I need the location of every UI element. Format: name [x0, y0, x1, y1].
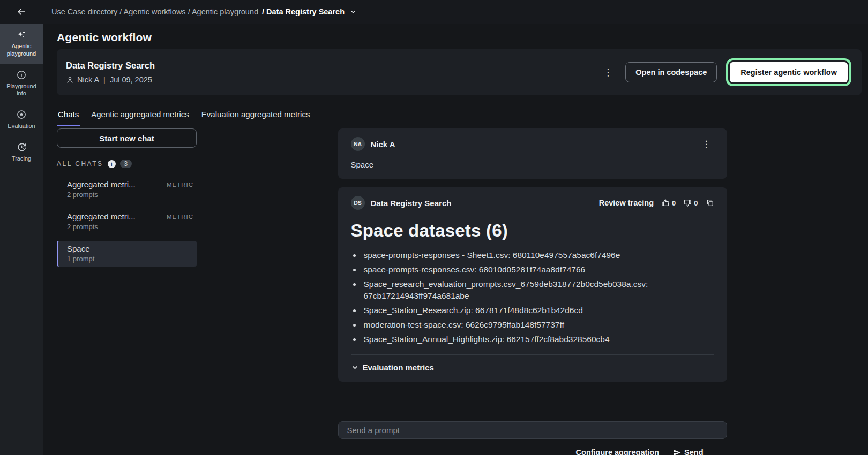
breadcrumb-current[interactable]: / Data Registry Search — [262, 7, 345, 16]
send-button[interactable]: Send — [673, 448, 703, 455]
workflow-kebab-menu[interactable]: ⋮ — [600, 66, 616, 79]
person-icon — [66, 76, 74, 84]
thumbs-up-icon — [661, 199, 670, 207]
avatar: DS — [351, 196, 365, 210]
dataset-list-item: space-prompts-responses.csv: 68010d05281… — [362, 264, 714, 276]
top-bar: Use Case directory / Agentic workflows /… — [0, 0, 868, 24]
start-new-chat-button[interactable]: Start new chat — [57, 128, 197, 148]
workflow-author: Nick A — [77, 75, 99, 84]
divider — [351, 354, 714, 355]
all-chats-label: ALL CHATS — [57, 160, 103, 168]
dataset-list-item: space-prompts-responses - Sheet1.csv: 68… — [362, 249, 714, 261]
all-chats-header: ALL CHATS i 3 — [57, 160, 197, 168]
main-panel: Agentic workflow Data Registry Search Ni… — [43, 24, 868, 455]
sidebar-item-tracing[interactable]: Tracing — [0, 136, 43, 169]
meta-separator: | — [103, 75, 106, 84]
evaluation-icon — [16, 109, 27, 120]
metric-badge: METRIC — [167, 214, 193, 220]
register-agentic-workflow-button[interactable]: Register agentic workflow — [730, 62, 848, 82]
chat-item-title: Aggregated metri... — [67, 180, 136, 189]
chat-area: NA Nick A ⋮ Space DS Data Registry Searc… — [197, 128, 868, 455]
response-heading: Space datasets (6) — [351, 221, 714, 241]
chevron-down-icon[interactable] — [349, 8, 357, 16]
breadcrumb: Use Case directory / Agentic workflows /… — [51, 7, 357, 16]
chat-list-panel: Start new chat ALL CHATS i 3 Aggregated … — [57, 128, 197, 455]
dataset-list-item: Space_research_evaluation_prompts.csv_67… — [362, 278, 714, 302]
chat-item-title: Aggregated metri... — [67, 212, 136, 221]
sidebar-item-playground-info[interactable]: Playground info — [0, 64, 43, 104]
dataset-list-item: moderation-test-space.csv: 6626c9795ffab… — [362, 319, 714, 331]
sidebar-item-evaluation[interactable]: Evaluation — [0, 104, 43, 136]
info-icon[interactable]: i — [108, 160, 116, 168]
dataset-list: space-prompts-responses - Sheet1.csv: 68… — [362, 249, 714, 345]
thumbs-down-button[interactable]: 0 — [683, 199, 698, 207]
thumbs-up-count: 0 — [672, 199, 676, 207]
chevron-down-icon — [351, 363, 359, 371]
chat-item-subtitle: 2 prompts — [67, 191, 193, 199]
evaluation-metrics-label: Evaluation metrics — [363, 363, 434, 372]
sidebar-item-label: Tracing — [12, 155, 31, 163]
chat-item-subtitle: 1 prompt — [67, 255, 193, 263]
thumbs-down-icon — [683, 199, 692, 207]
chat-item-subtitle: 2 prompts — [67, 223, 193, 231]
composer: Configure aggregation Send — [338, 421, 727, 455]
send-label: Send — [684, 448, 703, 455]
user-message-text: Space — [351, 160, 714, 169]
workflow-header-card: Data Registry Search Nick A | Jul 09, 20… — [57, 49, 862, 95]
dataset-list-item: Space_Station_Annual_Highlights.zip: 662… — [362, 333, 714, 345]
back-cell — [0, 6, 43, 17]
open-in-codespace-button[interactable]: Open in codespace — [625, 62, 717, 82]
thumbs-down-count: 0 — [694, 199, 698, 207]
sidebar-item-label: Playground info — [2, 83, 41, 98]
arrow-left-icon — [16, 6, 27, 17]
evaluation-metrics-toggle[interactable]: Evaluation metrics — [351, 363, 714, 372]
configure-aggregation-link[interactable]: Configure aggregation — [576, 448, 659, 455]
message-kebab-menu[interactable]: ⋮ — [699, 138, 714, 151]
workflow-meta: Nick A | Jul 09, 2025 — [66, 75, 155, 84]
app-window: Use Case directory / Agentic workflows /… — [0, 0, 868, 455]
tab-evaluation-aggregated-metrics[interactable]: Evaluation aggregated metrics — [200, 110, 311, 126]
message-sender: Data Registry Search — [371, 199, 452, 208]
sidebar-item-label: Agentic playground — [2, 43, 41, 58]
copy-icon — [706, 199, 714, 207]
user-message-card: NA Nick A ⋮ Space — [338, 128, 727, 179]
avatar: NA — [351, 137, 365, 151]
sidebar-item-agentic-playground[interactable]: Agentic playground — [0, 24, 43, 64]
tab-bar: Chats Agentic aggregated metrics Evaluat… — [57, 110, 868, 126]
sidebar: Agentic playground Playground info Evalu… — [0, 24, 43, 455]
dataset-list-item: Space_Station_Research.zip: 6678171f48d8… — [362, 305, 714, 316]
metric-badge: METRIC — [167, 181, 193, 188]
send-icon — [673, 449, 681, 455]
breadcrumb-trail: Use Case directory / Agentic workflows /… — [51, 7, 258, 16]
chat-list-item[interactable]: Aggregated metri... METRIC 2 prompts — [57, 209, 197, 234]
sidebar-item-label: Evaluation — [8, 123, 35, 130]
chat-item-title: Space — [67, 244, 90, 253]
workflow-title: Data Registry Search — [66, 60, 155, 71]
review-tracing-link[interactable]: Review tracing — [599, 199, 654, 207]
chat-list-item[interactable]: Aggregated metri... METRIC 2 prompts — [57, 177, 197, 202]
tab-agentic-aggregated-metrics[interactable]: Agentic aggregated metrics — [90, 110, 190, 126]
workflow-date: Jul 09, 2025 — [110, 75, 152, 84]
back-button[interactable] — [16, 6, 27, 17]
page-title: Agentic workflow — [57, 31, 868, 44]
info-icon — [16, 70, 27, 80]
copy-button[interactable] — [706, 199, 714, 207]
thumbs-up-button[interactable]: 0 — [661, 199, 676, 207]
message-sender: Nick A — [371, 140, 395, 149]
history-icon — [16, 142, 27, 153]
assistant-message-card: DS Data Registry Search Review tracing 0 — [338, 187, 727, 382]
chat-list-item-selected[interactable]: Space 1 prompt — [57, 241, 197, 267]
sparkles-icon — [16, 29, 27, 40]
chat-count-badge: 3 — [120, 160, 132, 168]
prompt-input[interactable] — [338, 421, 727, 439]
tab-chats[interactable]: Chats — [57, 110, 80, 126]
